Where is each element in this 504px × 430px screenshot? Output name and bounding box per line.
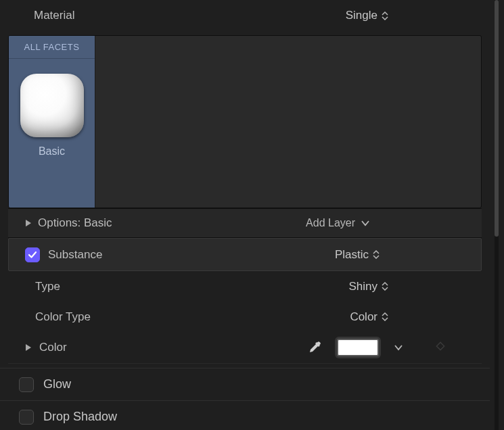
disclosure-triangle-icon[interactable] [24, 219, 32, 227]
material-preview-thumbnail [20, 74, 84, 137]
chevron-down-icon [361, 217, 370, 229]
substance-value: Plastic [335, 248, 369, 262]
checkmark-icon [28, 251, 37, 259]
type-dropdown[interactable]: Shiny [348, 280, 388, 293]
up-down-arrows-icon [382, 312, 388, 321]
eyedropper-icon[interactable] [307, 340, 322, 355]
substance-dropdown[interactable]: Plastic [335, 248, 380, 262]
color-type-dropdown[interactable]: Color [350, 310, 388, 324]
material-header-row: Material Single [0, 0, 490, 31]
options-label: Options: Basic [38, 216, 112, 230]
type-value: Shiny [348, 280, 377, 293]
up-down-arrows-icon [382, 11, 388, 20]
add-layer-dropdown[interactable]: Add Layer [306, 217, 370, 229]
substance-checkbox[interactable] [25, 247, 40, 262]
up-down-arrows-icon [382, 282, 388, 291]
vertical-scrollbar[interactable] [495, 0, 499, 430]
options-row: Options: Basic Add Layer [8, 208, 482, 238]
glow-label: Glow [43, 377, 71, 391]
scrollbar-thumb[interactable] [495, 0, 499, 237]
disclosure-triangle-icon[interactable] [24, 343, 32, 352]
svg-rect-1 [436, 342, 444, 350]
substance-label: Substance [48, 248, 102, 262]
color-label: Color [39, 341, 67, 354]
material-mode-dropdown[interactable]: Single [346, 9, 388, 22]
color-row: Color [8, 332, 482, 364]
type-row: Type Shiny [0, 271, 490, 302]
drop-shadow-label: Drop Shadow [43, 410, 117, 424]
keyframe-diamond-icon[interactable] [436, 341, 445, 354]
type-label: Type [35, 280, 60, 293]
up-down-arrows-icon [373, 250, 380, 259]
color-type-label: Color Type [35, 310, 91, 324]
color-type-row: Color Type Color [0, 302, 490, 332]
drop-shadow-checkbox[interactable] [19, 410, 34, 425]
facet-card-all[interactable]: ALL FACETS Basic [9, 36, 95, 208]
substance-row: Substance Plastic [8, 238, 482, 271]
color-type-value: Color [350, 310, 377, 324]
color-swatch[interactable] [337, 339, 379, 356]
glow-section: Glow [0, 368, 490, 400]
add-layer-label: Add Layer [306, 217, 355, 229]
material-mode-value: Single [346, 9, 377, 22]
drop-shadow-section: Drop Shadow [0, 400, 490, 430]
facets-tab-label: ALL FACETS [9, 36, 95, 59]
color-dropdown-chevron-icon[interactable] [394, 344, 403, 351]
facets-well: ALL FACETS Basic [8, 35, 482, 208]
glow-checkbox[interactable] [19, 377, 34, 392]
material-preset-name: Basic [39, 145, 65, 158]
material-label: Material [34, 9, 74, 22]
